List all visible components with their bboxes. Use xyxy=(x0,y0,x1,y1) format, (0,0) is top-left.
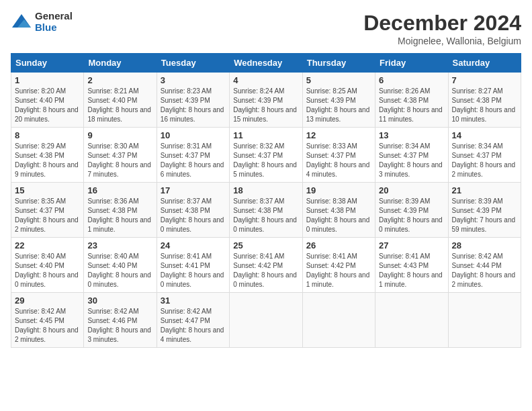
day-number: 19 xyxy=(306,185,371,195)
day-number: 8 xyxy=(15,130,80,140)
day-number: 17 xyxy=(161,185,226,195)
calendar-day-cell: 1Sunrise: 8:20 AM Sunset: 4:40 PM Daylig… xyxy=(11,73,84,128)
day-detail: Sunrise: 8:41 AM Sunset: 4:42 PM Dayligh… xyxy=(233,253,297,288)
logo-icon xyxy=(11,13,32,32)
day-number: 16 xyxy=(87,185,152,195)
header-thursday: Thursday xyxy=(302,54,375,73)
day-detail: Sunrise: 8:42 AM Sunset: 4:47 PM Dayligh… xyxy=(161,308,224,343)
empty-cell xyxy=(448,293,521,348)
day-number: 2 xyxy=(87,75,152,85)
subtitle: Moignelee, Wallonia, Belgium xyxy=(363,36,521,46)
empty-cell xyxy=(302,293,375,348)
day-detail: Sunrise: 8:31 AM Sunset: 4:37 PM Dayligh… xyxy=(161,142,224,178)
calendar-day-cell: 12Sunrise: 8:33 AM Sunset: 4:37 PM Dayli… xyxy=(302,128,375,183)
day-number: 23 xyxy=(87,240,152,250)
day-number: 25 xyxy=(233,240,298,250)
day-detail: Sunrise: 8:29 AM Sunset: 4:38 PM Dayligh… xyxy=(15,142,79,178)
day-number: 7 xyxy=(452,75,517,85)
day-detail: Sunrise: 8:26 AM Sunset: 4:38 PM Dayligh… xyxy=(379,87,443,123)
day-detail: Sunrise: 8:21 AM Sunset: 4:40 PM Dayligh… xyxy=(87,87,151,123)
day-number: 21 xyxy=(452,185,517,195)
calendar-day-cell: 13Sunrise: 8:34 AM Sunset: 4:37 PM Dayli… xyxy=(375,128,448,183)
calendar-day-cell: 20Sunrise: 8:39 AM Sunset: 4:39 PM Dayli… xyxy=(375,183,448,238)
header-saturday: Saturday xyxy=(448,54,521,73)
header-tuesday: Tuesday xyxy=(157,54,229,73)
calendar-day-cell: 4Sunrise: 8:24 AM Sunset: 4:39 PM Daylig… xyxy=(230,73,302,128)
title-area: December 2024 Moignelee, Wallonia, Belgi… xyxy=(363,11,521,46)
calendar-week-row: 8Sunrise: 8:29 AM Sunset: 4:38 PM Daylig… xyxy=(11,128,521,183)
day-number: 26 xyxy=(306,240,371,250)
logo-text: General Blue xyxy=(35,11,73,33)
logo-general-text: General xyxy=(35,11,73,22)
calendar-day-cell: 16Sunrise: 8:36 AM Sunset: 4:38 PM Dayli… xyxy=(84,183,157,238)
empty-cell xyxy=(230,293,302,348)
calendar-day-cell: 31Sunrise: 8:42 AM Sunset: 4:47 PM Dayli… xyxy=(157,293,229,348)
day-detail: Sunrise: 8:42 AM Sunset: 4:45 PM Dayligh… xyxy=(15,308,79,343)
day-detail: Sunrise: 8:23 AM Sunset: 4:39 PM Dayligh… xyxy=(161,87,224,123)
day-detail: Sunrise: 8:30 AM Sunset: 4:37 PM Dayligh… xyxy=(87,142,151,178)
day-detail: Sunrise: 8:37 AM Sunset: 4:38 PM Dayligh… xyxy=(161,197,224,233)
day-number: 4 xyxy=(233,75,298,85)
day-detail: Sunrise: 8:34 AM Sunset: 4:37 PM Dayligh… xyxy=(452,142,516,178)
calendar-day-cell: 19Sunrise: 8:38 AM Sunset: 4:38 PM Dayli… xyxy=(302,183,375,238)
day-number: 20 xyxy=(379,185,444,195)
day-number: 24 xyxy=(161,240,226,250)
calendar-day-cell: 11Sunrise: 8:32 AM Sunset: 4:37 PM Dayli… xyxy=(230,128,302,183)
day-number: 18 xyxy=(233,185,298,195)
day-detail: Sunrise: 8:41 AM Sunset: 4:41 PM Dayligh… xyxy=(161,253,224,288)
header-wednesday: Wednesday xyxy=(230,54,302,73)
calendar-week-row: 22Sunrise: 8:40 AM Sunset: 4:40 PM Dayli… xyxy=(11,238,521,293)
day-number: 11 xyxy=(233,130,298,140)
calendar-week-row: 29Sunrise: 8:42 AM Sunset: 4:45 PM Dayli… xyxy=(11,293,521,348)
day-detail: Sunrise: 8:42 AM Sunset: 4:46 PM Dayligh… xyxy=(87,308,151,343)
day-number: 29 xyxy=(15,295,80,306)
day-number: 30 xyxy=(87,295,152,306)
calendar-day-cell: 24Sunrise: 8:41 AM Sunset: 4:41 PM Dayli… xyxy=(157,238,229,293)
day-number: 15 xyxy=(15,185,80,195)
calendar-day-cell: 6Sunrise: 8:26 AM Sunset: 4:38 PM Daylig… xyxy=(375,73,448,128)
calendar-week-row: 15Sunrise: 8:35 AM Sunset: 4:37 PM Dayli… xyxy=(11,183,521,238)
empty-cell xyxy=(375,293,448,348)
day-detail: Sunrise: 8:20 AM Sunset: 4:40 PM Dayligh… xyxy=(15,87,79,123)
header-friday: Friday xyxy=(375,54,448,73)
calendar-table: SundayMondayTuesdayWednesdayThursdayFrid… xyxy=(11,53,521,348)
day-number: 13 xyxy=(379,130,444,140)
calendar-day-cell: 10Sunrise: 8:31 AM Sunset: 4:37 PM Dayli… xyxy=(157,128,229,183)
day-detail: Sunrise: 8:24 AM Sunset: 4:39 PM Dayligh… xyxy=(233,87,297,123)
day-detail: Sunrise: 8:41 AM Sunset: 4:42 PM Dayligh… xyxy=(306,253,370,288)
day-number: 6 xyxy=(379,75,444,85)
day-number: 1 xyxy=(15,75,80,85)
calendar-day-cell: 23Sunrise: 8:40 AM Sunset: 4:40 PM Dayli… xyxy=(84,238,157,293)
day-detail: Sunrise: 8:25 AM Sunset: 4:39 PM Dayligh… xyxy=(306,87,370,123)
calendar-day-cell: 14Sunrise: 8:34 AM Sunset: 4:37 PM Dayli… xyxy=(448,128,521,183)
day-detail: Sunrise: 8:41 AM Sunset: 4:43 PM Dayligh… xyxy=(379,253,443,288)
calendar-header-row: SundayMondayTuesdayWednesdayThursdayFrid… xyxy=(11,54,521,73)
day-number: 10 xyxy=(161,130,226,140)
calendar-day-cell: 28Sunrise: 8:42 AM Sunset: 4:44 PM Dayli… xyxy=(448,238,521,293)
calendar-day-cell: 17Sunrise: 8:37 AM Sunset: 4:38 PM Dayli… xyxy=(157,183,229,238)
day-detail: Sunrise: 8:34 AM Sunset: 4:37 PM Dayligh… xyxy=(379,142,443,178)
calendar-day-cell: 29Sunrise: 8:42 AM Sunset: 4:45 PM Dayli… xyxy=(11,293,84,348)
day-number: 3 xyxy=(161,75,226,85)
day-detail: Sunrise: 8:27 AM Sunset: 4:38 PM Dayligh… xyxy=(452,87,516,123)
day-number: 22 xyxy=(15,240,80,250)
day-detail: Sunrise: 8:32 AM Sunset: 4:37 PM Dayligh… xyxy=(233,142,297,178)
calendar-day-cell: 3Sunrise: 8:23 AM Sunset: 4:39 PM Daylig… xyxy=(157,73,229,128)
header-sunday: Sunday xyxy=(11,54,84,73)
day-number: 27 xyxy=(379,240,444,250)
calendar-day-cell: 7Sunrise: 8:27 AM Sunset: 4:38 PM Daylig… xyxy=(448,73,521,128)
calendar-day-cell: 15Sunrise: 8:35 AM Sunset: 4:37 PM Dayli… xyxy=(11,183,84,238)
day-number: 5 xyxy=(306,75,371,85)
header-monday: Monday xyxy=(84,54,157,73)
calendar-day-cell: 26Sunrise: 8:41 AM Sunset: 4:42 PM Dayli… xyxy=(302,238,375,293)
day-detail: Sunrise: 8:42 AM Sunset: 4:44 PM Dayligh… xyxy=(452,253,516,288)
day-detail: Sunrise: 8:35 AM Sunset: 4:37 PM Dayligh… xyxy=(15,197,79,233)
calendar-day-cell: 25Sunrise: 8:41 AM Sunset: 4:42 PM Dayli… xyxy=(230,238,302,293)
day-detail: Sunrise: 8:40 AM Sunset: 4:40 PM Dayligh… xyxy=(87,253,151,288)
calendar-week-row: 1Sunrise: 8:20 AM Sunset: 4:40 PM Daylig… xyxy=(11,73,521,128)
day-number: 9 xyxy=(87,130,152,140)
calendar-day-cell: 30Sunrise: 8:42 AM Sunset: 4:46 PM Dayli… xyxy=(84,293,157,348)
day-number: 14 xyxy=(452,130,517,140)
calendar-day-cell: 18Sunrise: 8:37 AM Sunset: 4:38 PM Dayli… xyxy=(230,183,302,238)
page-header: General Blue December 2024 Moignelee, Wa… xyxy=(11,11,521,46)
